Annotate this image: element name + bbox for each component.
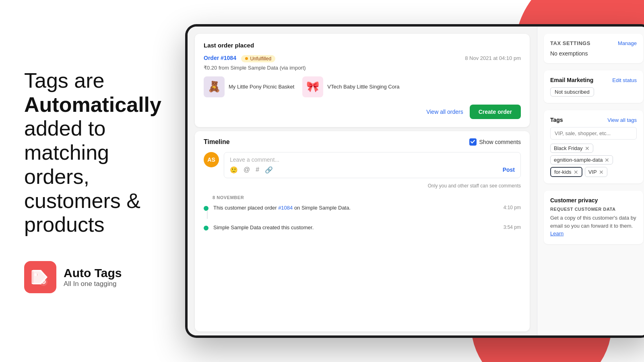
tag-label-black-friday: Black Friday [554, 145, 583, 151]
tag-chip-for-kids[interactable]: for-kids ✕ [550, 167, 582, 177]
order-header-row: Order #1084 Unfulfilled 8 Nov 2021 at 04… [204, 54, 521, 62]
privacy-learn-link[interactable]: Learn [550, 230, 564, 237]
email-marketing-header: Email Marketing Edit status [550, 77, 637, 83]
device-frame: Last order placed Order #1084 Unfulfille… [185, 24, 644, 338]
product-item-1: 🧸 My Little Pony Picnic Basket [204, 76, 294, 97]
product-name-2: VTech Baby Little Singing Cora [327, 84, 399, 90]
create-order-button[interactable]: Create order [470, 105, 521, 119]
order-actions: View all orders Create order [204, 105, 521, 119]
comment-input-row: AS Leave a comment... 🙂 @ # 🔗 Post [204, 152, 521, 178]
order-number[interactable]: Order #1084 [204, 55, 236, 61]
emoji-icon[interactable]: 🙂 [230, 166, 238, 174]
device-frame-container: Last order placed Order #1084 Unfulfille… [185, 24, 644, 338]
order-status-badge: Unfulfilled [241, 55, 275, 62]
comment-box: Leave a comment... 🙂 @ # 🔗 Post [224, 152, 521, 178]
timeline-dot-2 [204, 226, 208, 230]
tags-input[interactable] [550, 127, 637, 140]
tax-settings-value: No exemptions [550, 50, 637, 57]
show-comments-checkbox[interactable] [469, 138, 477, 146]
comment-placeholder: Leave a comment... [230, 156, 515, 163]
view-all-orders-button[interactable]: View all orders [426, 109, 463, 115]
order-card: Last order placed Order #1084 Unfulfille… [195, 34, 530, 127]
hero-bold: Automatically [24, 93, 161, 116]
hero-rest: added tomatching orders,customers &produ… [24, 117, 140, 236]
timeline-event-text-2: Simple Sample Data created this customer… [213, 224, 499, 230]
timeline-event-1: This customer placed order #1084 on Simp… [204, 205, 521, 219]
svg-point-3 [35, 274, 37, 276]
timeline-event-2: Simple Sample Data created this customer… [204, 224, 521, 230]
order-source: ₹0.20 from Simple Sample Data (via impor… [204, 65, 521, 71]
brand-tagline: All In one tagging [64, 280, 122, 288]
timeline-card: Timeline Show comments AS [195, 131, 530, 332]
brand-box: ⚙ Auto Tags All In one tagging [24, 261, 177, 293]
tag-remove-egnition[interactable]: ✕ [605, 157, 609, 163]
staff-note: Only you and other staff can see comment… [204, 183, 521, 189]
left-panel: Tags are Automatically added tomatching … [0, 0, 201, 362]
tax-settings-header: TAX SETTINGS Manage [550, 40, 637, 46]
tags-section: Tags View all tags Black Friday ✕ egniti… [544, 110, 643, 183]
badge-dot [245, 57, 248, 60]
privacy-desc-text: Get a copy of this customer's data by em… [550, 215, 636, 229]
timeline-date-label: 8 November [204, 195, 521, 200]
show-comments-group[interactable]: Show comments [469, 138, 521, 146]
product-item-2: 🎀 VTech Baby Little Singing Cora [302, 76, 399, 97]
order-card-title: Last order placed [204, 42, 521, 49]
timeline-title: Timeline [204, 138, 230, 146]
mention-icon[interactable]: @ [244, 166, 250, 173]
not-subscribed-badge: Not subscribed [550, 87, 594, 97]
privacy-title: Customer privacy [550, 197, 637, 204]
email-marketing-section: Email Marketing Edit status Not subscrib… [544, 70, 643, 103]
event1-suffix: on Simple Sample Data. [293, 205, 351, 211]
hero-text: Tags are Automatically added tomatching … [24, 69, 177, 237]
edit-status-button[interactable]: Edit status [612, 77, 637, 83]
tag-label-egnition: egnition-sample-data [554, 157, 603, 163]
timeline-event-time-2: 3:54 pm [504, 224, 521, 230]
brand-name: Auto Tags [64, 266, 122, 280]
tag-label-vip: VIP [588, 169, 597, 175]
show-comments-label: Show comments [479, 139, 521, 145]
brand-logo: ⚙ [24, 261, 56, 293]
tag-remove-vip[interactable]: ✕ [599, 169, 604, 175]
order-id-group: Order #1084 Unfulfilled [204, 54, 275, 62]
brand-info: Auto Tags All In one tagging [64, 266, 122, 288]
tax-settings-section: TAX SETTINGS Manage No exemptions [544, 34, 643, 63]
view-all-tags-button[interactable]: View all tags [607, 117, 637, 123]
main-content: Last order placed Order #1084 Unfulfille… [188, 27, 537, 335]
product-name-1: My Little Pony Picnic Basket [229, 84, 294, 90]
hashtag-icon[interactable]: # [256, 166, 259, 173]
attachment-icon[interactable]: 🔗 [265, 166, 273, 174]
product-img-1: 🧸 [204, 76, 225, 97]
event1-link[interactable]: #1084 [278, 205, 293, 211]
hero-line1: Tags are [24, 69, 104, 92]
timeline-events: This customer placed order #1084 on Simp… [204, 205, 521, 230]
tax-manage-button[interactable]: Manage [618, 40, 637, 46]
privacy-sub: REQUEST CUSTOMER DATA [550, 207, 637, 212]
post-button[interactable]: Post [503, 167, 515, 173]
tag-chip-black-friday[interactable]: Black Friday ✕ [550, 144, 593, 153]
tag-label-for-kids: for-kids [554, 169, 572, 175]
event1-prefix: This customer placed order [213, 205, 278, 211]
badge-label: Unfulfilled [250, 56, 271, 62]
timeline-event-text-1: This customer placed order #1084 on Simp… [213, 205, 499, 211]
tag-chip-vip[interactable]: VIP ✕ [585, 167, 607, 177]
tag-remove-black-friday[interactable]: ✕ [585, 146, 590, 151]
email-marketing-title: Email Marketing [550, 77, 593, 83]
timeline-header: Timeline Show comments [204, 138, 521, 146]
tags-header: Tags View all tags [550, 117, 637, 123]
tax-settings-title: TAX SETTINGS [550, 40, 590, 46]
tags-list: Black Friday ✕ egnition-sample-data ✕ fo… [550, 144, 637, 177]
avatar: AS [204, 152, 219, 167]
right-sidebar: TAX SETTINGS Manage No exemptions Email … [537, 27, 644, 335]
privacy-desc: Get a copy of this customer's data by em… [550, 214, 637, 238]
device-inner: Last order placed Order #1084 Unfulfille… [188, 27, 644, 335]
customer-privacy-section: Customer privacy REQUEST CUSTOMER DATA G… [544, 191, 643, 244]
comment-tools: 🙂 @ # 🔗 Post [230, 166, 515, 174]
tags-title: Tags [550, 117, 563, 123]
timeline-event-time-1: 4:10 pm [504, 205, 521, 210]
tag-chip-egnition[interactable]: egnition-sample-data ✕ [550, 155, 613, 165]
order-products: 🧸 My Little Pony Picnic Basket 🎀 VTech B… [204, 76, 521, 97]
order-date: 8 Nov 2021 at 04:10 pm [465, 55, 521, 61]
timeline-dot-1 [204, 206, 208, 211]
product-img-2: 🎀 [302, 76, 323, 97]
tag-remove-for-kids[interactable]: ✕ [574, 169, 578, 175]
